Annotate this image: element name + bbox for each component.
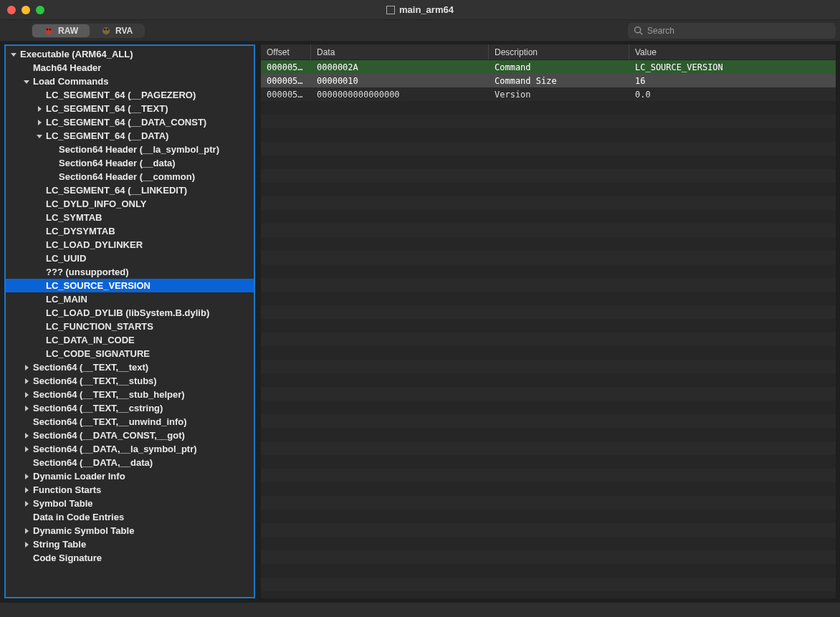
chevron-right-icon[interactable] <box>22 444 32 454</box>
tree-item[interactable]: Dynamic Loader Info <box>6 469 254 483</box>
col-header-data[interactable]: Data <box>311 44 489 59</box>
rva-icon <box>101 26 111 36</box>
window-title-wrap: main_arm64 <box>0 4 840 15</box>
col-header-value[interactable]: Value <box>629 44 836 59</box>
tree-item-label: Section64 (__TEXT,__cstring) <box>33 403 163 413</box>
chevron-right-icon[interactable] <box>22 431 32 441</box>
tree-item[interactable]: LC_FUNCTION_STARTS <box>6 320 254 333</box>
chevron-down-icon[interactable] <box>22 77 32 87</box>
close-button[interactable] <box>7 6 16 14</box>
tree-item[interactable]: ??? (unsupported) <box>6 265 254 279</box>
tree-item-label: Dynamic Symbol Table <box>33 525 134 536</box>
chevron-down-icon[interactable] <box>9 49 19 59</box>
cell-offset: 00000550 <box>261 90 311 100</box>
svg-marker-16 <box>25 406 29 411</box>
tree-item-label: LC_LOAD_DYLIB (libSystem.B.dylib) <box>46 307 209 318</box>
tree-item[interactable]: LC_MAIN <box>6 292 254 306</box>
window-controls <box>7 6 44 14</box>
tree-item-label: Section64 (__DATA,__la_symbol_ptr) <box>33 444 197 454</box>
tree-item-label: LC_SEGMENT_64 (__LINKEDIT) <box>46 185 187 196</box>
tree-item-label: Dynamic Loader Info <box>33 471 125 482</box>
tree-item[interactable]: LC_LOAD_DYLINKER <box>6 238 254 252</box>
tree-item[interactable]: Section64 (__TEXT,__unwind_info) <box>6 415 254 429</box>
chevron-right-icon[interactable] <box>22 526 32 536</box>
tree-item[interactable]: Section64 (__DATA,__data) <box>6 456 254 469</box>
tree-item[interactable]: LC_SYMTAB <box>6 211 254 224</box>
tree-item[interactable]: Data in Code Entries <box>6 510 254 524</box>
tree-item[interactable]: Dynamic Symbol Table <box>6 524 254 537</box>
tree-item-label: LC_SEGMENT_64 (__DATA) <box>46 130 168 141</box>
col-header-offset[interactable]: Offset <box>261 44 311 59</box>
toolbar: RAW RVA <box>0 20 840 42</box>
col-header-desc[interactable]: Description <box>489 44 629 59</box>
tree-item[interactable]: LC_SEGMENT_64 (__PAGEZERO) <box>6 88 254 102</box>
tree-item[interactable]: Mach64 Header <box>6 61 254 75</box>
tree-item[interactable]: Section64 (__TEXT,__text) <box>6 360 254 374</box>
tree-item[interactable]: Section64 (__DATA,__la_symbol_ptr) <box>6 442 254 456</box>
chevron-right-icon[interactable] <box>22 485 32 495</box>
chevron-right-icon[interactable] <box>22 376 32 386</box>
search-input[interactable] <box>647 26 830 36</box>
tree-item[interactable]: Executable (ARM64_ALL) <box>6 47 254 61</box>
tree-item[interactable]: Function Starts <box>6 483 254 497</box>
table-row[interactable]: 000005500000000000000000Version0.0 <box>261 87 836 101</box>
chevron-down-icon[interactable] <box>34 131 44 141</box>
cell-value: LC_SOURCE_VERSION <box>629 62 836 72</box>
svg-marker-12 <box>37 135 42 138</box>
tab-raw[interactable]: RAW <box>32 24 90 37</box>
tree-item[interactable]: Code Signature <box>6 551 254 565</box>
app-window: main_arm64 RAW RVA <box>0 0 840 617</box>
tree-item[interactable]: Section64 Header (__la_symbol_ptr) <box>6 143 254 156</box>
grid-body[interactable]: 000005480000002ACommandLC_SOURCE_VERSION… <box>261 60 836 598</box>
grid-header: Offset Data Description Value <box>261 44 836 60</box>
tree-item[interactable]: LC_SEGMENT_64 (__TEXT) <box>6 102 254 115</box>
table-row[interactable]: 0000054C00000010Command Size16 <box>261 74 836 87</box>
chevron-right-icon[interactable] <box>22 403 32 413</box>
maximize-button[interactable] <box>36 6 44 14</box>
minimize-button[interactable] <box>22 6 30 14</box>
chevron-right-icon[interactable] <box>22 472 32 482</box>
view-mode-segment: RAW RVA <box>32 24 145 38</box>
tree-item[interactable]: LC_DYSYMTAB <box>6 224 254 238</box>
tree-item[interactable]: Section64 Header (__data) <box>6 156 254 170</box>
tree-item[interactable]: LC_DATA_IN_CODE <box>6 333 254 347</box>
tree-item[interactable]: LC_DYLD_INFO_ONLY <box>6 197 254 211</box>
tree-item[interactable]: Section64 (__TEXT,__cstring) <box>6 401 254 415</box>
chevron-right-icon[interactable] <box>22 499 32 509</box>
chevron-right-icon[interactable] <box>34 104 44 114</box>
tree-item[interactable]: Symbol Table <box>6 497 254 510</box>
tree-item-label: Code Signature <box>33 553 102 563</box>
tree-item[interactable]: LC_SOURCE_VERSION <box>6 279 254 292</box>
window-title: main_arm64 <box>399 4 454 15</box>
tree-item[interactable]: Section64 (__TEXT,__stub_helper) <box>6 388 254 401</box>
chevron-right-icon[interactable] <box>34 118 44 128</box>
tree-item[interactable]: String Table <box>6 537 254 551</box>
tree-item[interactable]: LC_LOAD_DYLIB (libSystem.B.dylib) <box>6 306 254 320</box>
table-row[interactable]: 000005480000002ACommandLC_SOURCE_VERSION <box>261 60 836 74</box>
tree-item[interactable]: LC_SEGMENT_64 (__DATA) <box>6 129 254 143</box>
chevron-right-icon[interactable] <box>22 363 32 373</box>
tab-rva[interactable]: RVA <box>90 24 144 37</box>
svg-marker-21 <box>25 501 29 507</box>
tree-item-label: LC_SOURCE_VERSION <box>46 280 151 291</box>
tree-item-label: LC_LOAD_DYLINKER <box>46 239 143 250</box>
tree-item[interactable]: Section64 Header (__common) <box>6 170 254 183</box>
tree-item[interactable]: Section64 (__DATA_CONST,__got) <box>6 429 254 442</box>
tree-item-label: String Table <box>33 539 86 550</box>
tree-item[interactable]: LC_UUID <box>6 252 254 265</box>
tree-item-label: LC_UUID <box>46 253 86 264</box>
cell-desc: Command <box>489 62 629 72</box>
tree-item[interactable]: LC_SEGMENT_64 (__DATA_CONST) <box>6 115 254 129</box>
sidebar-tree[interactable]: Executable (ARM64_ALL)Mach64 HeaderLoad … <box>4 44 255 598</box>
tree-item-label: LC_SYMTAB <box>46 212 102 223</box>
tree-item[interactable]: LC_SEGMENT_64 (__LINKEDIT) <box>6 183 254 197</box>
tree-item-label: Function Starts <box>33 484 101 495</box>
chevron-right-icon[interactable] <box>22 540 32 550</box>
tree-item[interactable]: Section64 (__TEXT,__stubs) <box>6 374 254 388</box>
svg-point-2 <box>49 28 52 30</box>
tree-item[interactable]: LC_CODE_SIGNATURE <box>6 347 254 360</box>
tree-item[interactable]: Load Commands <box>6 75 254 88</box>
chevron-right-icon[interactable] <box>22 390 32 400</box>
search-field[interactable] <box>628 23 836 39</box>
cell-offset: 00000548 <box>261 62 311 72</box>
